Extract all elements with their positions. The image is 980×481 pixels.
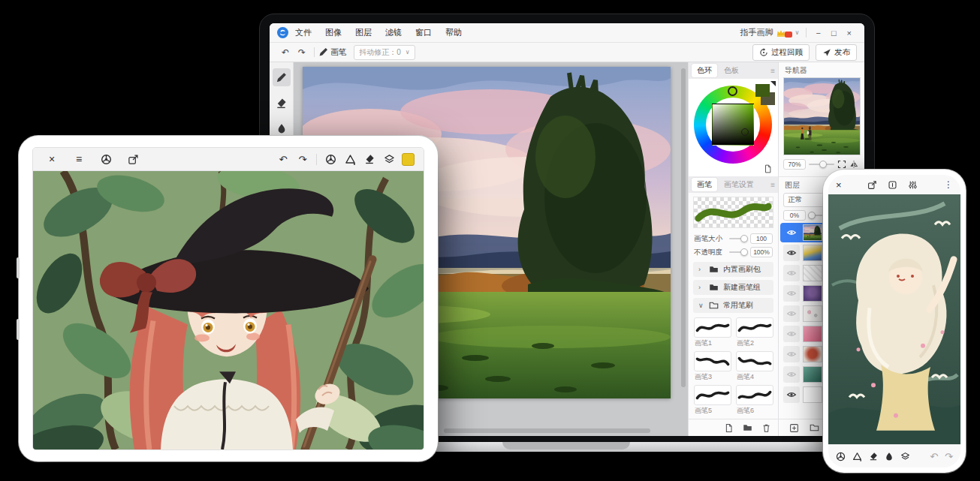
redo-button[interactable]: ↷ bbox=[945, 451, 953, 462]
vertical-scrollbar[interactable] bbox=[681, 68, 686, 387]
layers-icon[interactable] bbox=[379, 149, 399, 169]
color-palette-icon[interactable] bbox=[836, 452, 846, 461]
brush-group-common[interactable]: ∨ 常用笔刷 bbox=[693, 298, 773, 313]
process-review-button[interactable]: 过程回顾 bbox=[752, 44, 810, 61]
visibility-eye-icon[interactable] bbox=[783, 265, 800, 281]
undo-button[interactable]: ↶ bbox=[277, 47, 294, 58]
visibility-eye-icon[interactable] bbox=[783, 386, 800, 403]
brush-item[interactable]: 画笔2 bbox=[736, 317, 773, 348]
review-icon bbox=[759, 48, 768, 57]
brush-tool-icon bbox=[318, 47, 328, 57]
visibility-eye-icon[interactable] bbox=[783, 245, 800, 261]
minimize-button[interactable]: − bbox=[810, 29, 825, 38]
hue-selector[interactable] bbox=[728, 86, 737, 96]
phone-canvas[interactable] bbox=[828, 194, 960, 444]
saturation-value-square[interactable] bbox=[712, 104, 754, 146]
tab-brush-settings[interactable]: 画笔设置 bbox=[719, 178, 759, 191]
menu-image[interactable]: 图像 bbox=[318, 27, 348, 38]
close-button[interactable]: × bbox=[842, 29, 857, 38]
new-brush-icon[interactable] bbox=[725, 423, 733, 433]
current-color-swatch[interactable] bbox=[402, 153, 415, 166]
tablet-canvas[interactable] bbox=[33, 171, 424, 449]
visibility-eye-icon[interactable] bbox=[783, 224, 800, 241]
brush-item[interactable]: 画笔6 bbox=[736, 385, 773, 416]
close-icon[interactable]: × bbox=[42, 149, 62, 169]
account-chevron-down-icon[interactable]: ∨ bbox=[792, 29, 803, 36]
menu-layer[interactable]: 图层 bbox=[348, 27, 378, 38]
close-icon[interactable]: × bbox=[836, 179, 842, 191]
adjustments-icon[interactable] bbox=[908, 180, 918, 190]
brush-group-new[interactable]: › 新建画笔组 bbox=[693, 280, 773, 295]
redo-button[interactable]: ↷ bbox=[294, 47, 310, 58]
stabilizer-dropdown[interactable]: 抖动修正：0 ∨ bbox=[354, 45, 415, 60]
palette-wheel-icon[interactable] bbox=[321, 149, 340, 169]
new-folder-icon[interactable] bbox=[743, 424, 752, 431]
menu-icon[interactable]: ≡ bbox=[69, 149, 89, 169]
brush-size-slider[interactable] bbox=[729, 238, 746, 239]
visibility-eye-icon[interactable] bbox=[783, 346, 800, 362]
brush-panel-actions bbox=[689, 419, 778, 436]
eraser-icon[interactable] bbox=[869, 452, 878, 461]
account-name[interactable]: 指手画脚 bbox=[740, 27, 773, 38]
menu-help[interactable]: 帮助 bbox=[439, 27, 469, 38]
publish-button[interactable]: 发布 bbox=[816, 44, 857, 61]
zoom-slider[interactable] bbox=[809, 164, 834, 165]
menu-file[interactable]: 文件 bbox=[288, 27, 318, 38]
export-icon[interactable] bbox=[867, 180, 877, 190]
eraser-icon[interactable] bbox=[360, 149, 379, 169]
brush-panel-menu-icon[interactable]: ≡ bbox=[770, 181, 775, 189]
horizontal-scrollbar[interactable] bbox=[444, 428, 650, 433]
fit-screen-icon[interactable] bbox=[837, 160, 846, 169]
flip-horizontal-icon[interactable] bbox=[849, 160, 858, 169]
menu-filter[interactable]: 滤镜 bbox=[378, 27, 409, 38]
color-palette-icon[interactable] bbox=[96, 149, 116, 169]
foreground-color-swatch[interactable] bbox=[755, 84, 770, 97]
color-panel-menu-icon[interactable]: ≡ bbox=[770, 67, 775, 75]
delete-brush-icon[interactable] bbox=[762, 423, 770, 433]
layer-thumbnail bbox=[803, 346, 822, 362]
brush-opacity-value[interactable]: 100% bbox=[750, 247, 773, 257]
brush-item[interactable]: 画笔4 bbox=[736, 351, 773, 382]
canvas-icon[interactable] bbox=[888, 180, 897, 190]
eraser-tool-button[interactable] bbox=[273, 94, 291, 112]
maximize-button[interactable]: □ bbox=[826, 29, 842, 38]
menu-window[interactable]: 窗口 bbox=[409, 27, 439, 38]
zoom-value[interactable]: 70% bbox=[783, 159, 806, 170]
redo-button[interactable]: ↷ bbox=[293, 149, 312, 169]
navigator-thumbnail[interactable] bbox=[783, 77, 861, 155]
toolbar: ↶ ↷ 画笔 抖动修正：0 ∨ 过程回顾 发布 bbox=[270, 43, 864, 62]
brush-tool-button[interactable] bbox=[273, 68, 291, 86]
tablet-volume-button bbox=[17, 257, 20, 278]
brush-shape-icon[interactable] bbox=[852, 452, 862, 461]
smudge-tool-button[interactable] bbox=[273, 119, 291, 137]
undo-button[interactable]: ↶ bbox=[930, 451, 938, 462]
visibility-eye-icon[interactable] bbox=[783, 326, 800, 342]
brush-item[interactable]: 画笔5 bbox=[694, 385, 731, 416]
add-layer-icon[interactable] bbox=[789, 423, 799, 433]
visibility-eye-icon[interactable] bbox=[783, 366, 800, 383]
export-icon[interactable] bbox=[123, 149, 143, 169]
tab-brush[interactable]: 画笔 bbox=[692, 178, 717, 191]
brush-opacity-slider[interactable] bbox=[729, 251, 746, 253]
scene: 文件 图像 图层 滤镜 窗口 帮助 指手画脚 ∨ − □ × ↶ ↷ 画笔 抖动… bbox=[0, 0, 980, 481]
tab-color-swatches[interactable]: 色板 bbox=[719, 64, 744, 77]
layer-group-icon[interactable] bbox=[810, 424, 819, 431]
smudge-icon[interactable] bbox=[885, 452, 894, 461]
visibility-eye-icon[interactable] bbox=[783, 305, 800, 322]
layer-opacity-value[interactable]: 0% bbox=[783, 210, 806, 221]
layers-icon[interactable] bbox=[900, 452, 910, 461]
brush-shape-icon[interactable] bbox=[340, 149, 360, 169]
new-swatch-icon[interactable] bbox=[764, 164, 772, 173]
visibility-eye-icon[interactable] bbox=[783, 285, 800, 302]
swap-colors-icon[interactable] bbox=[770, 81, 776, 86]
phone-screen: × ⋮ ↶ ↷ bbox=[828, 175, 960, 467]
more-icon[interactable]: ⋮ bbox=[944, 179, 953, 190]
tab-color-wheel[interactable]: 色环 bbox=[692, 64, 717, 77]
tablet-device: × ≡ ↶ ↷ bbox=[19, 136, 438, 461]
brush-item[interactable]: 画笔3 bbox=[694, 351, 731, 382]
brush-size-value[interactable]: 100 bbox=[750, 233, 773, 244]
brush-group-builtin[interactable]: › 内置画刷包 bbox=[693, 262, 773, 277]
sv-selector[interactable] bbox=[741, 128, 749, 136]
undo-button[interactable]: ↶ bbox=[273, 149, 293, 169]
brush-item[interactable]: 画笔1 bbox=[694, 317, 731, 348]
